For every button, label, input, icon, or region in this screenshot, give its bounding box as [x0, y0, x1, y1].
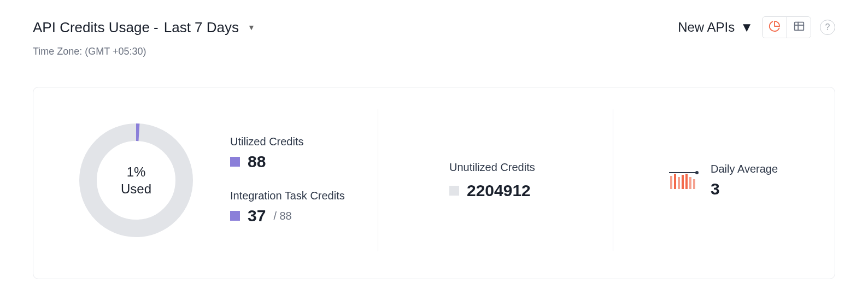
svg-point-13	[695, 171, 699, 174]
table-icon	[793, 20, 805, 34]
pie-chart-icon	[769, 20, 781, 34]
daily-avg-label: Daily Average	[711, 163, 778, 175]
daily-avg-value: 3	[711, 180, 778, 198]
integration-credits-block: Integration Task Credits 37 / 88	[230, 190, 345, 225]
svg-rect-12	[693, 179, 695, 189]
purple-swatch-icon	[230, 157, 240, 167]
gray-swatch-icon	[449, 186, 459, 196]
timezone-label: Time Zone: (GMT +05:30)	[33, 46, 835, 57]
svg-rect-6	[670, 176, 672, 189]
question-icon: ?	[825, 22, 830, 32]
help-button[interactable]: ?	[820, 20, 835, 35]
table-view-button[interactable]	[787, 17, 811, 38]
donut-used-label: Used	[121, 180, 151, 197]
page-title: API Credits Usage -	[33, 19, 159, 36]
utilized-credits-block: Utilized Credits 88	[230, 135, 345, 171]
unutilized-label: Unutilized Credits	[449, 161, 535, 174]
usage-donut-chart: 1% Used	[77, 121, 195, 239]
title-range-selector[interactable]: API Credits Usage - Last 7 Days ▼	[33, 19, 255, 36]
view-toggle	[762, 16, 811, 38]
donut-percent: 1%	[127, 163, 146, 180]
integration-denominator: / 88	[273, 210, 291, 222]
svg-rect-9	[682, 175, 684, 189]
svg-rect-8	[678, 177, 680, 189]
chevron-down-icon: ▼	[740, 20, 753, 35]
unutilized-credits-block: Unutilized Credits 2204912	[449, 109, 535, 251]
chart-view-button[interactable]	[763, 17, 787, 38]
chevron-down-icon: ▼	[248, 23, 255, 32]
bar-trend-icon	[668, 168, 699, 192]
stats-card: 1% Used Utilized Credits 88 Integration …	[33, 87, 835, 279]
utilized-value: 88	[248, 152, 266, 171]
svg-rect-7	[674, 174, 676, 189]
daily-average-block: Daily Average 3	[668, 109, 778, 251]
utilized-label: Utilized Credits	[230, 135, 345, 148]
unutilized-value: 2204912	[467, 181, 531, 200]
svg-rect-11	[689, 177, 691, 189]
page-header: API Credits Usage - Last 7 Days ▼ New AP…	[33, 16, 835, 38]
integration-label: Integration Task Credits	[230, 190, 345, 202]
svg-rect-0	[794, 22, 804, 31]
range-label: Last 7 Days	[164, 19, 239, 36]
new-apis-dropdown[interactable]: New APIs ▼	[678, 20, 753, 35]
purple-swatch-icon	[230, 211, 240, 221]
new-apis-label: New APIs	[678, 20, 735, 35]
integration-value: 37	[248, 207, 266, 225]
svg-rect-10	[685, 174, 688, 189]
